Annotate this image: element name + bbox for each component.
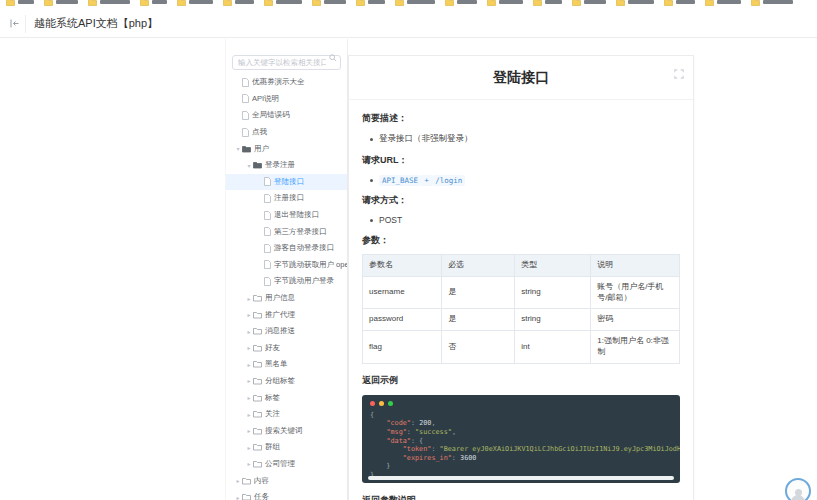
bookmark-item[interactable]: [445, 0, 477, 6]
table-cell: 1:强制用户名 0:非强制: [591, 331, 680, 364]
table-header-row: 参数名必选类型说明: [363, 255, 680, 277]
bookmark-item[interactable]: [264, 0, 302, 6]
contact-float-button[interactable]: [785, 478, 811, 500]
chevron-icon: ▸: [245, 361, 253, 368]
bookmark-item[interactable]: [664, 0, 695, 6]
sidebar-item-第三方登录接口[interactable]: 第三方登录接口: [226, 223, 347, 240]
table-cell: flag: [363, 331, 442, 364]
params-table: 参数名必选类型说明username是string账号（用户名/手机号/邮箱）pa…: [362, 254, 680, 364]
sidebar-folder-推广代理[interactable]: ▸推广代理: [226, 306, 347, 323]
brief-label: 简要描述：: [362, 112, 680, 125]
person-icon: [791, 489, 805, 500]
sidebar-folder-好友[interactable]: ▸好友: [226, 340, 347, 357]
doc-header: 越能系统API文档【php】: [0, 10, 817, 38]
tree-item-label: 用户信息: [265, 293, 295, 303]
chevron-icon: ▸: [245, 460, 253, 467]
bookmark-item[interactable]: [312, 0, 346, 6]
bookmark-item[interactable]: [616, 0, 654, 6]
sidebar-item-优惠券演示大全[interactable]: 优惠券演示大全: [226, 74, 347, 91]
bookmark-item[interactable]: [44, 0, 78, 6]
bookmark-label: [717, 0, 741, 4]
bookmark-item[interactable]: [223, 0, 254, 6]
bookmark-item[interactable]: [751, 0, 793, 6]
bookmark-item[interactable]: [395, 0, 435, 6]
request-url-item: API_BASE + /login: [370, 175, 680, 185]
sidebar-folder-关注[interactable]: ▸关注: [226, 406, 347, 423]
sidebar-folder-用户[interactable]: ▾用户: [226, 140, 347, 157]
sidebar-folder-消息推送[interactable]: ▸消息推送: [226, 323, 347, 340]
bookmark-item[interactable]: [177, 0, 213, 6]
sidebar-folder-登录注册[interactable]: ▾登录注册: [226, 157, 347, 174]
bookmark-item[interactable]: [88, 0, 130, 6]
sidebar-collapse-button[interactable]: [4, 15, 26, 33]
fullscreen-button[interactable]: [674, 65, 684, 83]
sidebar-item-字节跳动用户登录[interactable]: 字节跳动用户登录: [226, 273, 347, 290]
bookmark-item[interactable]: [533, 0, 562, 6]
bookmark-item[interactable]: [140, 0, 167, 6]
sidebar-item-点我[interactable]: 点我: [226, 124, 347, 141]
sidebar-folder-群组[interactable]: ▸群组: [226, 439, 347, 456]
folder-icon: [253, 410, 262, 418]
bookmark-label: [584, 0, 606, 4]
folder-icon: [242, 477, 251, 485]
sidebar-folder-任务[interactable]: ▸任务: [226, 489, 347, 500]
json-response-code: { "code": 200, "msg": "success", "data":…: [370, 411, 672, 480]
sidebar: 优惠券演示大全API说明全局错误码点我▾用户▾登录注册登陆接口注册接口退出登陆接…: [225, 39, 348, 500]
tree-item-label: 点我: [252, 127, 267, 137]
sidebar-item-全局错误码[interactable]: 全局错误码: [226, 107, 347, 124]
green-dot-icon: [388, 401, 393, 406]
folder-icon: [88, 0, 97, 6]
chevron-icon: ▾: [245, 162, 253, 169]
table-cell: string: [515, 309, 591, 331]
bookmark-item[interactable]: [487, 0, 523, 6]
folder-icon: [253, 161, 262, 169]
params-label: 参数：: [362, 234, 680, 247]
sidebar-item-退出登陆接口[interactable]: 退出登陆接口: [226, 207, 347, 224]
table-row: password是string密码: [363, 309, 680, 331]
sidebar-item-登陆接口[interactable]: 登陆接口: [226, 174, 347, 191]
document-icon: [264, 227, 271, 236]
chevron-icon: ▸: [234, 494, 242, 500]
column-header: 类型: [515, 255, 591, 277]
horizontal-scrollbar[interactable]: [368, 476, 674, 480]
sidebar-item-游客自动登录接口[interactable]: 游客自动登录接口: [226, 240, 347, 257]
bookmark-label: [235, 0, 254, 4]
sidebar-item-字节跳动获取用户 openid[interactable]: 字节跳动获取用户 openid: [226, 257, 347, 274]
bookmarks-bar: [0, 0, 817, 8]
tree-item-label: 推广代理: [265, 310, 295, 320]
collapse-sidebar-icon: [9, 18, 20, 29]
bookmark-label: [18, 0, 34, 4]
sidebar-folder-内容[interactable]: ▸内容: [226, 472, 347, 489]
table-cell: string: [515, 276, 591, 309]
chevron-icon: ▸: [245, 394, 253, 401]
sidebar-folder-用户信息[interactable]: ▸用户信息: [226, 290, 347, 307]
sidebar-folder-标签[interactable]: ▸标签: [226, 389, 347, 406]
page-title: 登陆接口: [349, 69, 693, 87]
document-icon: [242, 78, 249, 87]
folder-icon: [177, 0, 186, 6]
folder-icon: [487, 0, 496, 6]
tree-item-label: 全局错误码: [252, 110, 290, 120]
bookmark-item[interactable]: [356, 0, 385, 6]
chevron-icon: ▸: [245, 311, 253, 318]
sidebar-folder-搜索关键词[interactable]: ▸搜索关键词: [226, 422, 347, 439]
search-input[interactable]: [232, 55, 341, 70]
tree-item-label: 游客自动登录接口: [274, 243, 334, 253]
document-icon: [264, 260, 271, 269]
sidebar-item-注册接口[interactable]: 注册接口: [226, 190, 347, 207]
request-method-label: 请求方式：: [362, 194, 680, 207]
sidebar-folder-黑名单[interactable]: ▸黑名单: [226, 356, 347, 373]
brief-item: 登录接口（非强制登录）: [370, 133, 680, 145]
tree-item-label: 好友: [265, 343, 280, 353]
sidebar-item-API说明[interactable]: API说明: [226, 91, 347, 108]
bookmark-item[interactable]: [705, 0, 741, 6]
tree-item-label: 第三方登录接口: [274, 227, 327, 237]
red-dot-icon: [370, 401, 375, 406]
sidebar-folder-公司管理[interactable]: ▸公司管理: [226, 456, 347, 473]
doc-page-title: 越能系统API文档【php】: [34, 16, 158, 31]
sidebar-folder-分组标签[interactable]: ▸分组标签: [226, 373, 347, 390]
tree-item-label: 搜索关键词: [265, 426, 303, 436]
chevron-icon: ▸: [245, 377, 253, 384]
bookmark-item[interactable]: [572, 0, 606, 6]
bookmark-item[interactable]: [6, 0, 34, 6]
